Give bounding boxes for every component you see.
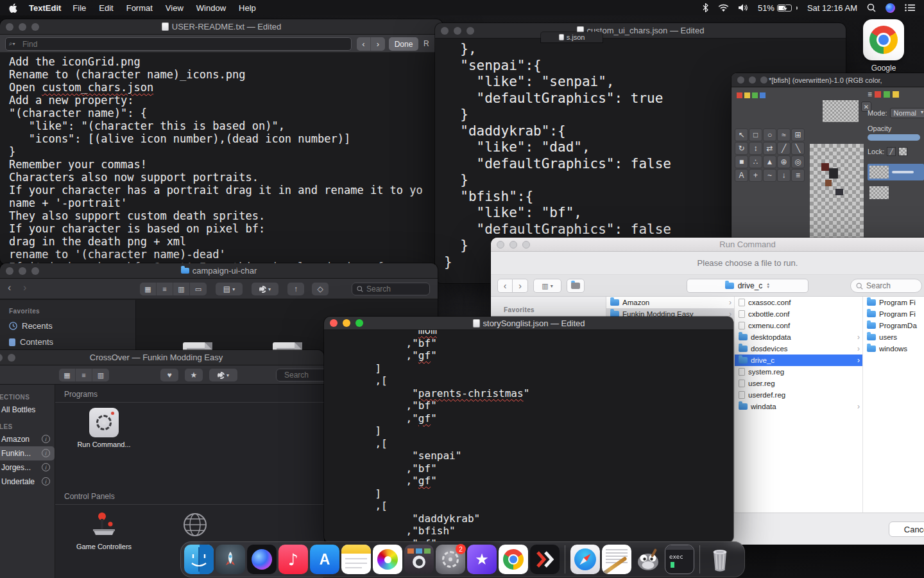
zoom-button[interactable] [355,319,363,327]
dock-appstore-icon[interactable]: A [310,545,339,574]
zoom-button[interactable] [31,267,39,275]
file-row[interactable]: Program Fi [863,297,924,308]
action-menu-button[interactable]: ▾ [252,283,278,295]
gimp-tool-button[interactable]: ⊞ [791,128,805,141]
favorite-button[interactable]: ♥ [160,369,178,381]
gimp-tool-button[interactable]: ~ [763,169,776,182]
sidebar-item-jorges[interactable]: Jorges...i [0,460,55,475]
file-row[interactable]: cxmenu.conf [735,320,862,331]
green-channel-icon[interactable] [884,91,890,98]
dock-photos-icon[interactable] [373,545,402,574]
menu-edit[interactable]: Edit [99,3,113,13]
gimp-tool-button[interactable]: ↖ [735,128,748,141]
forward-button[interactable]: › [513,279,528,293]
close-button[interactable] [737,76,744,83]
finder-titlebar[interactable]: campaign-ui-char [0,263,438,279]
dock-notes-icon[interactable] [341,545,371,574]
tag-button[interactable]: ◇ [312,283,329,295]
gimp-tool-button[interactable]: ■ [735,155,748,168]
gimp-tool-button[interactable]: ≈ [777,128,791,141]
gimp-tool-button[interactable]: ↕ [749,142,762,155]
close-button[interactable] [497,241,504,249]
minimize-button[interactable] [0,354,3,362]
minimize-button[interactable] [19,267,26,275]
sidebar-item-recents[interactable]: Recents [9,321,135,331]
wifi-icon[interactable] [718,4,729,12]
sidebar-item-contents[interactable]: Contents [9,337,135,347]
icon-view-button[interactable]: ▦ [140,283,157,295]
gimp-tool-button[interactable]: ↓ [777,169,791,182]
gimp-palette-icons[interactable] [737,92,766,98]
dock-music-icon[interactable]: ♪ [278,545,308,574]
search-field[interactable] [276,369,324,381]
close-button[interactable] [6,23,13,31]
find-previous-button[interactable]: ‹ [357,37,371,51]
search-field[interactable] [352,283,430,295]
file-row[interactable]: userdef.reg [735,389,862,401]
search-input[interactable] [284,371,324,380]
gimp-tool-button[interactable]: ○ [763,128,776,141]
gimp-pattern-swatch[interactable] [823,100,859,122]
list-view-button[interactable]: ≡ [76,369,92,381]
lock-alpha-icon[interactable] [898,147,907,156]
icon-view-button[interactable]: ▦ [59,369,76,381]
sidebar-item-undertale[interactable]: Undertalei [0,475,55,489]
find-next-button[interactable]: › [371,37,385,51]
sidebar-item-allbottles[interactable]: All Bottles [0,403,55,417]
layer-row[interactable] [868,184,924,201]
close-button[interactable] [6,267,13,275]
app-tile-run-command[interactable]: Run Command... [74,408,133,448]
search-input[interactable] [366,285,411,293]
menu-help[interactable]: Help [239,3,256,13]
sidebar-item-funkin[interactable]: Funkin...i [0,446,55,460]
notification-center-icon[interactable] [905,4,915,12]
column-view-button[interactable]: ▥ [173,283,190,295]
desktop-icon-google-chrome[interactable]: Google Chrome [861,19,906,82]
menu-format[interactable]: Format [126,3,153,13]
gimp-tool-button[interactable]: + [749,169,762,182]
file-row[interactable]: cxbottle.conf [735,308,862,320]
gimp-tool-button[interactable]: ↻ [735,142,748,155]
gimp-tool-button[interactable]: ▲ [763,155,776,168]
active-app-name[interactable]: TextEdit [29,3,61,13]
minimize-button[interactable] [509,241,517,249]
zoom-button[interactable] [31,23,39,31]
crossover-titlebar[interactable]: CrossOver — Funkin Modding Easy [0,350,324,365]
dock-trash-icon[interactable] [705,545,735,574]
gimp-titlebar[interactable]: *[bfish] (overwritten)-1.0 (RGB color, [732,73,924,87]
location-dropdown[interactable]: drive_c ▲▼ [687,279,809,293]
search-field[interactable] [850,279,922,293]
list-view-button[interactable]: ≡ [157,283,173,295]
gimp-tool-button[interactable]: ∴ [749,155,762,168]
file-row[interactable]: Program Fi [863,308,924,320]
sidebar-item-amazon[interactable]: Amazoni [0,432,55,446]
search-input[interactable] [866,281,911,290]
info-icon[interactable]: i [42,463,50,471]
dock-terminal-icon[interactable]: exec [665,545,694,574]
songlist-titlebar[interactable]: storySonglist.json — Edited [324,317,733,330]
menu-icon[interactable]: ≡ [868,90,872,99]
volume-icon[interactable] [739,4,748,12]
minimize-button[interactable] [749,76,756,83]
file-row[interactable]: ProgramDa [863,320,924,331]
info-icon[interactable]: i [42,449,50,457]
share-button[interactable]: ↑ [287,283,304,295]
background-window-fragment[interactable]: s.json [541,32,603,42]
file-row[interactable]: user.reg [735,378,862,389]
star-button[interactable]: ★ [185,369,203,381]
gimp-tool-button[interactable]: ◎ [791,155,805,168]
file-row[interactable]: users [863,331,924,343]
readme-text-area[interactable]: Add the iconGrid.pngRename to (character… [0,53,443,265]
minimize-button[interactable] [454,27,461,35]
find-input[interactable] [5,37,352,51]
file-row[interactable]: cxassoc.conf [735,297,862,308]
info-icon[interactable]: i [42,435,50,443]
dock-chrome-icon[interactable] [499,545,528,574]
file-row[interactable]: drive_c› [735,355,862,366]
file-row[interactable]: desktopdata› [735,331,862,343]
gimp-tool-button[interactable]: ╱ [777,142,791,155]
dock-textedit-icon[interactable] [602,545,631,574]
file-row[interactable]: dosdevices› [735,343,862,355]
bluetooth-icon[interactable] [703,3,708,12]
done-button[interactable]: Done [389,37,418,51]
